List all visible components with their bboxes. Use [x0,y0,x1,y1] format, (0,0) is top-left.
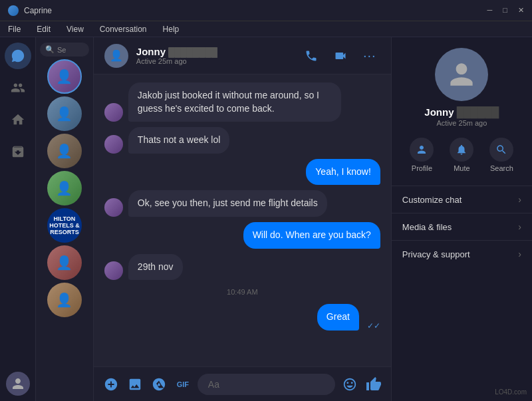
right-menu: Customize chat › Media & files › Privacy… [392,186,532,267]
window-controls[interactable]: ─ □ ✕ [487,6,524,15]
chevron-right-icon: › [518,221,521,232]
mute-label: Mute [454,164,469,172]
chat-list: 🔍 Se 👤 👤 👤 👤 HILTONHOTELS &RESORTS 👤 👤 [36,37,94,401]
media-files-item[interactable]: Media & files › [392,213,532,240]
message-timestamp: 10:49 AM [104,288,380,296]
chevron-right-icon: › [518,249,521,259]
app-icon [8,5,19,16]
message-row: Thats not a week lol [104,127,380,154]
chat-header-info: Jonny ████████ Active 25m ago [136,46,293,65]
user-avatar[interactable] [6,372,30,396]
sidebar-item-contacts[interactable] [5,74,31,101]
chat-header-name: Jonny ████████ [136,46,293,57]
message-row: 29th nov [104,254,380,281]
mute-icon [450,138,473,162]
profile-action[interactable]: Profile [410,138,434,172]
sidebar-item-archive[interactable] [5,138,31,165]
image-button[interactable] [126,375,144,394]
menu-view[interactable]: View [64,23,86,35]
privacy-support-item[interactable]: Privacy & support › [392,240,532,267]
message-avatar [104,261,123,280]
maximize-button[interactable]: □ [503,6,507,15]
list-item[interactable]: 👤 [47,283,82,317]
search-bar[interactable]: 🔍 Se [40,43,89,57]
menu-file[interactable]: File [5,23,23,35]
message-bubble: Great [317,304,359,331]
minimize-button[interactable]: ─ [487,6,493,15]
menu-edit[interactable]: Edit [34,23,53,35]
main-layout: 🔍 Se 👤 👤 👤 👤 HILTONHOTELS &RESORTS 👤 👤 👤… [0,37,532,401]
sticker-button[interactable] [150,375,168,394]
chat-header: 👤 Jonny ████████ Active 25m ago ··· [94,37,391,74]
gif-button[interactable]: GIF [174,375,192,394]
menu-conversation[interactable]: Conversation [97,23,150,35]
sidebar-icons [0,37,36,401]
message-avatar [104,198,123,217]
message-bubble: Yeah, I know! [306,159,380,186]
sent-indicator: ✓✓ [367,321,380,331]
media-files-label: Media & files [402,222,452,232]
sidebar-item-rooms[interactable] [5,106,31,133]
list-item[interactable]: 👤 [47,245,82,280]
right-panel: Jonny ██████ Active 25m ago Profile [391,37,532,401]
message-row: Jakob just booked it without me around, … [104,82,380,122]
video-button[interactable] [330,45,351,67]
chat-header-avatar: 👤 [104,44,128,68]
message-row: Yeah, I know! [104,159,380,186]
phone-button[interactable] [301,45,322,67]
search-icon [489,138,513,162]
message-row: Will do. When are you back? [104,222,380,249]
chevron-right-icon: › [518,194,521,205]
title-bar: Caprine ─ □ ✕ [0,0,532,21]
message-bubble: Will do. When are you back? [243,222,380,249]
list-item[interactable]: 👤 [47,59,82,94]
emoji-button[interactable] [340,375,359,394]
sidebar-item-chat[interactable] [5,43,31,69]
chat-input-area: GIF [94,366,391,401]
search-text: Se [57,46,66,54]
customize-chat-label: Customize chat [402,195,462,205]
message-bubble: Thats not a week lol [128,127,230,154]
chat-area: 👤 Jonny ████████ Active 25m ago ··· [94,37,391,401]
message-row: Ok, see you then, just send me flight de… [104,190,380,217]
message-avatar [104,103,123,122]
search-label: Search [490,164,513,172]
right-panel-name: Jonny ██████ [424,106,499,118]
message-bubble: 29th nov [128,254,183,281]
message-row: Great ✓✓ [104,304,380,331]
like-button[interactable] [364,375,383,394]
name-redacted: ████████ [168,47,217,57]
list-item[interactable]: 👤 [47,96,82,131]
list-item[interactable]: 👤 [47,171,82,205]
chat-header-status: Active 25m ago [136,57,293,65]
more-button[interactable]: ··· [359,45,380,67]
mute-action[interactable]: Mute [450,138,473,172]
list-item-hilton[interactable]: HILTONHOTELS &RESORTS [47,208,82,243]
profile-label: Profile [412,164,432,172]
search-action[interactable]: Search [489,138,513,172]
message-input[interactable] [198,374,335,395]
list-item[interactable]: 👤 [47,134,82,168]
watermark: LO4D.com [392,383,532,401]
right-panel-actions: Profile Mute Search [410,138,513,172]
menu-help[interactable]: Help [160,23,182,35]
message-bubble: Ok, see you then, just send me flight de… [128,190,327,217]
customize-chat-item[interactable]: Customize chat › [392,186,532,213]
close-button[interactable]: ✕ [518,6,524,15]
right-panel-avatar [435,48,488,101]
title-bar-left: Caprine [8,5,52,16]
message-bubble: Jakob just booked it without me around, … [128,82,341,122]
menu-bar: File Edit View Conversation Help [0,21,532,37]
title-text: Caprine [24,6,52,15]
right-panel-status: Active 25m ago [437,119,487,127]
right-name-redacted: ██████ [457,106,499,118]
message-avatar [104,135,123,154]
profile-icon [410,138,434,162]
messages-container: Jakob just booked it without me around, … [94,74,391,366]
search-icon: 🔍 [45,45,55,54]
privacy-support-label: Privacy & support [402,249,470,259]
add-button[interactable] [102,375,120,394]
